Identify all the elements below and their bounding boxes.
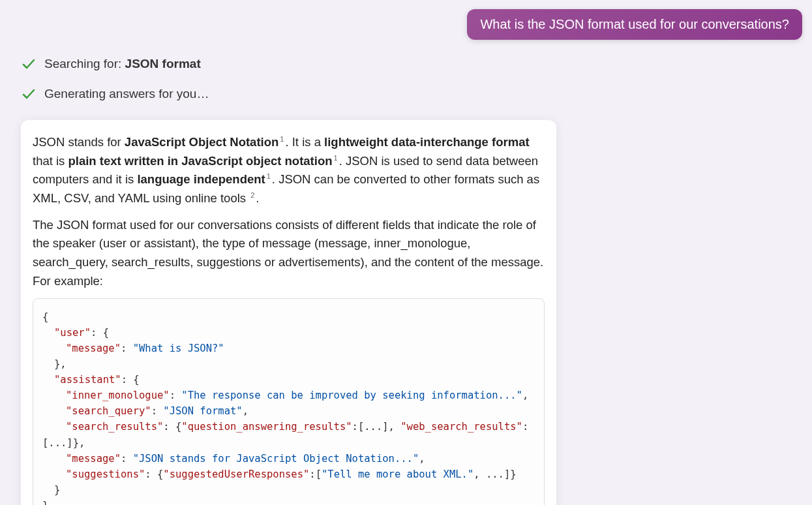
- code-text: : {: [121, 374, 140, 386]
- code-key: "suggestedUserResponses": [163, 468, 309, 480]
- code-key: "suggestions": [66, 468, 145, 480]
- code-line: {: [42, 311, 48, 323]
- code-text: :[...],: [352, 421, 401, 433]
- citation-sup[interactable]: 1: [280, 135, 284, 143]
- citation-sup[interactable]: 1: [267, 172, 271, 180]
- code-text: : {: [163, 421, 181, 433]
- code-text: : {: [145, 468, 163, 480]
- bold-text: plain text written in JavaScript object …: [68, 154, 333, 168]
- code-text: :: [170, 390, 182, 401]
- code-key: "user": [54, 327, 91, 339]
- code-key: "message": [66, 453, 121, 465]
- code-text: ,: [522, 390, 528, 401]
- citation-sup[interactable]: 2: [250, 191, 254, 199]
- answer-card: JSON stands for JavaScript Object Notati…: [21, 120, 556, 505]
- code-text: , ...]}: [474, 468, 516, 480]
- user-message-bubble: What is the JSON format used for our con…: [467, 9, 802, 40]
- text: .: [256, 191, 259, 205]
- code-key: "inner_monologue": [66, 390, 170, 401]
- code-text: :: [121, 453, 133, 465]
- code-text: :: [121, 343, 133, 354]
- code-key: "search_results": [66, 421, 163, 433]
- code-line: },: [42, 358, 67, 370]
- code-key: "web_search_results": [400, 421, 522, 433]
- answer-paragraph-1: JSON stands for JavaScript Object Notati…: [33, 133, 545, 208]
- code-key: "assistant": [54, 374, 121, 386]
- user-message-text: What is the JSON format used for our con…: [480, 17, 789, 31]
- code-key: "message": [66, 343, 121, 354]
- bold-text: lightweight data-interchange format: [324, 135, 530, 149]
- bold-text: language independent: [137, 172, 265, 186]
- code-string: "JSON stands for JavaScript Object Notat…: [133, 453, 419, 465]
- text: JSON stands for: [33, 135, 125, 149]
- status-searching-text: Searching for: JSON format: [44, 57, 201, 71]
- code-text: :: [151, 405, 164, 417]
- citation-sup[interactable]: 1: [334, 154, 338, 162]
- answer-paragraph-2: The JSON format used for our conversatio…: [33, 216, 545, 291]
- status-searching: Searching for: JSON format: [21, 56, 812, 72]
- code-line: }: [42, 500, 48, 505]
- searching-term: JSON format: [125, 57, 201, 70]
- text: that is: [33, 154, 68, 168]
- searching-prefix: Searching for:: [44, 57, 125, 70]
- code-key: "question_answering_results": [181, 421, 352, 433]
- code-key: "search_query": [66, 405, 151, 417]
- code-string: "What is JSON?": [133, 343, 224, 354]
- check-icon: [21, 86, 37, 102]
- code-string: "Tell me more about XML.": [322, 468, 474, 480]
- status-generating-text: Generating answers for you…: [44, 87, 209, 101]
- code-text: : {: [91, 327, 109, 339]
- code-text: ,: [243, 405, 248, 417]
- text: . It is a: [285, 135, 324, 149]
- bold-text: JavaScript Object Notation: [125, 135, 278, 149]
- code-text: :[: [309, 468, 322, 480]
- code-block: { "user": { "message": "What is JSON?" }…: [33, 298, 545, 505]
- check-icon: [21, 56, 37, 72]
- code-line: }: [42, 484, 60, 496]
- code-string: "JSON format": [163, 405, 242, 417]
- code-string: "The response can be improved by seeking…: [181, 390, 522, 401]
- status-generating: Generating answers for you…: [21, 86, 812, 102]
- code-text: ,: [419, 453, 425, 465]
